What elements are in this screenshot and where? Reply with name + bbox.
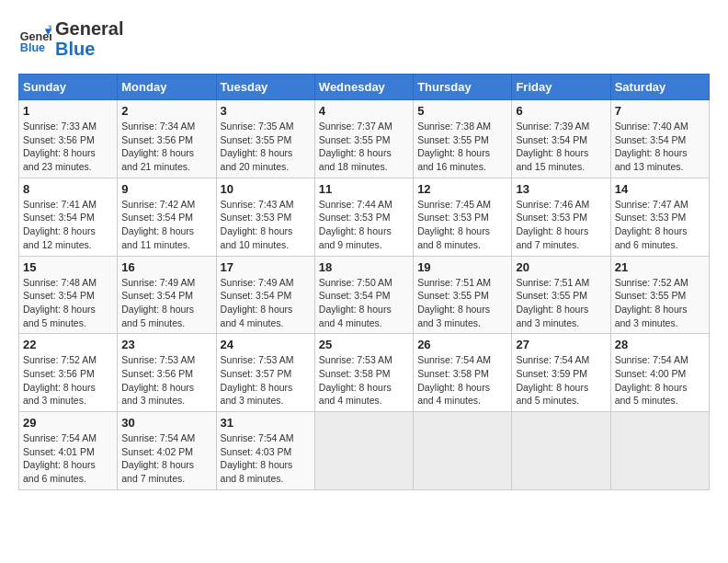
day-number: 1: [23, 104, 113, 118]
day-info: Sunrise: 7:51 AMSunset: 3:55 PMDaylight:…: [417, 276, 507, 330]
day-number: 21: [615, 260, 705, 274]
day-number: 26: [417, 338, 507, 351]
day-cell-5: 5Sunrise: 7:38 AMSunset: 3:55 PMDaylight…: [414, 100, 512, 178]
day-info: Sunrise: 7:49 AMSunset: 3:54 PMDaylight:…: [221, 276, 311, 330]
day-info: Sunrise: 7:52 AMSunset: 3:56 PMDaylight:…: [23, 353, 113, 408]
day-cell-3: 3Sunrise: 7:35 AMSunset: 3:55 PMDaylight…: [216, 100, 314, 178]
day-info: Sunrise: 7:41 AMSunset: 3:54 PMDaylight:…: [23, 198, 113, 252]
day-info: Sunrise: 7:54 AMSunset: 4:03 PMDaylight:…: [221, 431, 311, 486]
day-number: 15: [23, 260, 113, 274]
empty-day-cell: [610, 412, 709, 490]
day-number: 13: [516, 182, 606, 196]
day-info: Sunrise: 7:35 AMSunset: 3:55 PMDaylight:…: [221, 120, 311, 174]
day-number: 29: [23, 416, 113, 430]
day-cell-10: 10Sunrise: 7:43 AMSunset: 3:53 PMDayligh…: [216, 178, 314, 256]
day-cell-4: 4Sunrise: 7:37 AMSunset: 3:55 PMDaylight…: [314, 100, 413, 178]
day-number: 25: [319, 338, 409, 351]
day-cell-11: 11Sunrise: 7:44 AMSunset: 3:53 PMDayligh…: [314, 178, 413, 256]
day-info: Sunrise: 7:42 AMSunset: 3:54 PMDaylight:…: [121, 198, 211, 252]
day-cell-20: 20Sunrise: 7:51 AMSunset: 3:55 PMDayligh…: [512, 256, 610, 334]
day-info: Sunrise: 7:53 AMSunset: 3:56 PMDaylight:…: [121, 353, 211, 408]
day-number: 22: [23, 338, 113, 351]
day-number: 5: [417, 104, 507, 118]
day-info: Sunrise: 7:54 AMSunset: 4:00 PMDaylight:…: [615, 353, 705, 408]
day-info: Sunrise: 7:49 AMSunset: 3:54 PMDaylight:…: [121, 276, 211, 330]
day-cell-18: 18Sunrise: 7:50 AMSunset: 3:54 PMDayligh…: [314, 256, 413, 334]
day-cell-24: 24Sunrise: 7:53 AMSunset: 3:57 PMDayligh…: [216, 334, 314, 412]
day-cell-23: 23Sunrise: 7:53 AMSunset: 3:56 PMDayligh…: [118, 334, 216, 412]
day-cell-29: 29Sunrise: 7:54 AMSunset: 4:01 PMDayligh…: [19, 412, 118, 490]
calendar-week-row: 1Sunrise: 7:33 AMSunset: 3:56 PMDaylight…: [19, 100, 710, 178]
day-cell-19: 19Sunrise: 7:51 AMSunset: 3:55 PMDayligh…: [414, 256, 512, 334]
day-cell-17: 17Sunrise: 7:49 AMSunset: 3:54 PMDayligh…: [216, 256, 314, 334]
day-cell-12: 12Sunrise: 7:45 AMSunset: 3:53 PMDayligh…: [414, 178, 512, 256]
day-number: 9: [121, 182, 211, 196]
day-number: 2: [121, 104, 211, 118]
day-cell-2: 2Sunrise: 7:34 AMSunset: 3:56 PMDaylight…: [118, 100, 216, 178]
day-cell-6: 6Sunrise: 7:39 AMSunset: 3:54 PMDaylight…: [512, 100, 610, 178]
day-cell-9: 9Sunrise: 7:42 AMSunset: 3:54 PMDaylight…: [118, 178, 216, 256]
day-cell-25: 25Sunrise: 7:53 AMSunset: 3:58 PMDayligh…: [314, 334, 413, 412]
empty-day-cell: [314, 412, 413, 490]
day-info: Sunrise: 7:40 AMSunset: 3:54 PMDaylight:…: [615, 120, 705, 174]
day-cell-8: 8Sunrise: 7:41 AMSunset: 3:54 PMDaylight…: [19, 178, 118, 256]
day-number: 18: [319, 260, 409, 274]
day-cell-30: 30Sunrise: 7:54 AMSunset: 4:02 PMDayligh…: [118, 412, 216, 490]
calendar-week-row: 8Sunrise: 7:41 AMSunset: 3:54 PMDaylight…: [19, 178, 710, 256]
day-cell-1: 1Sunrise: 7:33 AMSunset: 3:56 PMDaylight…: [19, 100, 118, 178]
day-cell-22: 22Sunrise: 7:52 AMSunset: 3:56 PMDayligh…: [19, 334, 118, 412]
day-cell-26: 26Sunrise: 7:54 AMSunset: 3:58 PMDayligh…: [414, 334, 512, 412]
day-cell-16: 16Sunrise: 7:49 AMSunset: 3:54 PMDayligh…: [118, 256, 216, 334]
day-info: Sunrise: 7:54 AMSunset: 3:58 PMDaylight:…: [417, 353, 507, 408]
day-number: 17: [221, 260, 311, 274]
day-number: 19: [417, 260, 507, 274]
day-info: Sunrise: 7:54 AMSunset: 4:02 PMDaylight:…: [121, 431, 211, 486]
day-number: 12: [417, 182, 507, 196]
day-info: Sunrise: 7:39 AMSunset: 3:54 PMDaylight:…: [516, 120, 606, 174]
page-header: General Blue General Blue: [18, 18, 710, 59]
svg-text:Blue: Blue: [20, 41, 45, 54]
day-number: 28: [615, 338, 705, 351]
day-info: Sunrise: 7:43 AMSunset: 3:53 PMDaylight:…: [221, 198, 311, 252]
day-number: 23: [121, 338, 211, 351]
day-number: 20: [516, 260, 606, 274]
day-cell-31: 31Sunrise: 7:54 AMSunset: 4:03 PMDayligh…: [216, 412, 314, 490]
day-info: Sunrise: 7:47 AMSunset: 3:53 PMDaylight:…: [615, 198, 705, 252]
logo: General Blue General Blue: [18, 18, 123, 59]
weekday-header-wednesday: Wednesday: [314, 75, 413, 100]
day-cell-14: 14Sunrise: 7:47 AMSunset: 3:53 PMDayligh…: [610, 178, 709, 256]
day-info: Sunrise: 7:46 AMSunset: 3:53 PMDaylight:…: [516, 198, 606, 252]
calendar-table: SundayMondayTuesdayWednesdayThursdayFrid…: [18, 74, 710, 490]
day-cell-27: 27Sunrise: 7:54 AMSunset: 3:59 PMDayligh…: [512, 334, 610, 412]
day-number: 16: [121, 260, 211, 274]
weekday-header-tuesday: Tuesday: [216, 75, 314, 100]
calendar-week-row: 15Sunrise: 7:48 AMSunset: 3:54 PMDayligh…: [19, 256, 710, 334]
day-info: Sunrise: 7:44 AMSunset: 3:53 PMDaylight:…: [319, 198, 409, 252]
logo-blue: Blue: [55, 39, 123, 59]
day-info: Sunrise: 7:53 AMSunset: 3:57 PMDaylight:…: [221, 353, 311, 408]
day-cell-21: 21Sunrise: 7:52 AMSunset: 3:55 PMDayligh…: [610, 256, 709, 334]
day-cell-15: 15Sunrise: 7:48 AMSunset: 3:54 PMDayligh…: [19, 256, 118, 334]
day-number: 8: [23, 182, 113, 196]
day-number: 4: [319, 104, 409, 118]
day-cell-13: 13Sunrise: 7:46 AMSunset: 3:53 PMDayligh…: [512, 178, 610, 256]
empty-day-cell: [414, 412, 512, 490]
weekday-header-thursday: Thursday: [414, 75, 512, 100]
day-info: Sunrise: 7:54 AMSunset: 4:01 PMDaylight:…: [23, 431, 113, 486]
weekday-header-sunday: Sunday: [19, 75, 118, 100]
day-info: Sunrise: 7:51 AMSunset: 3:55 PMDaylight:…: [516, 276, 606, 330]
empty-day-cell: [512, 412, 610, 490]
day-info: Sunrise: 7:45 AMSunset: 3:53 PMDaylight:…: [417, 198, 507, 252]
weekday-header-saturday: Saturday: [610, 75, 709, 100]
weekday-header-monday: Monday: [118, 75, 216, 100]
logo-general: General: [55, 18, 123, 39]
day-info: Sunrise: 7:54 AMSunset: 3:59 PMDaylight:…: [516, 353, 606, 408]
day-number: 11: [319, 182, 409, 196]
day-info: Sunrise: 7:38 AMSunset: 3:55 PMDaylight:…: [417, 120, 507, 174]
day-info: Sunrise: 7:52 AMSunset: 3:55 PMDaylight:…: [615, 276, 705, 330]
day-number: 31: [221, 416, 311, 430]
day-number: 10: [221, 182, 311, 196]
day-number: 3: [221, 104, 311, 118]
day-number: 14: [615, 182, 705, 196]
calendar-week-row: 29Sunrise: 7:54 AMSunset: 4:01 PMDayligh…: [19, 412, 710, 490]
